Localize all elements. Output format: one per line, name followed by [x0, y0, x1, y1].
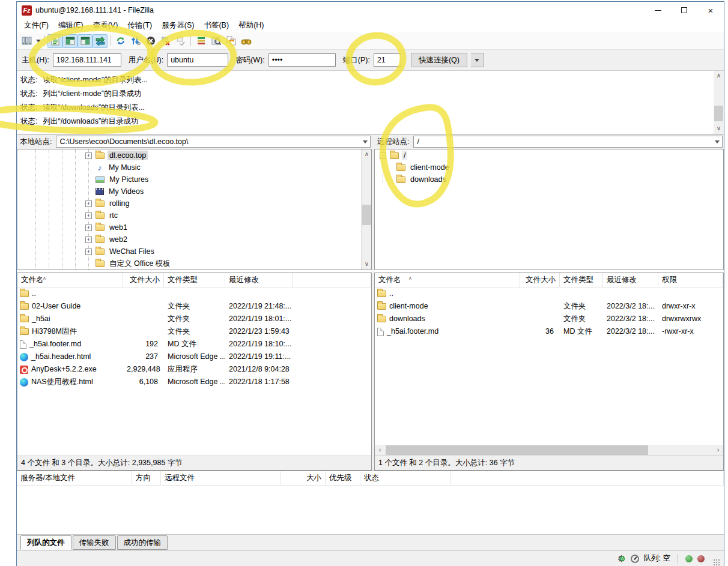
queue-col-direction[interactable]: 方向: [132, 471, 161, 485]
scroll-up-icon[interactable]: ∧: [714, 71, 724, 81]
synchronized-browsing-button[interactable]: [223, 34, 238, 48]
tree-item[interactable]: +rtc: [85, 209, 371, 221]
cancel-button[interactable]: [143, 34, 158, 48]
remote-horizontal-scrollbar[interactable]: ‹ ›: [375, 445, 723, 456]
local-site-combobox[interactable]: C:\Users\ecoo\Documents\dl.ecoo.top\: [56, 136, 371, 148]
scroll-up-icon[interactable]: ∧: [362, 149, 372, 160]
table-row[interactable]: 02-User Guide文件夹2022/1/19 21:48:...: [17, 300, 371, 313]
menu-help[interactable]: 帮助(H): [234, 19, 268, 32]
column-header-perms[interactable]: 权限: [658, 273, 723, 287]
tree-item[interactable]: My Videos: [85, 185, 371, 197]
scroll-right-icon[interactable]: ›: [713, 445, 723, 456]
column-header-name[interactable]: 文件名∧: [17, 273, 123, 287]
toggle-message-log-button[interactable]: [47, 34, 62, 48]
tree-item[interactable]: 自定义 Office 模板: [85, 257, 371, 269]
column-header-type[interactable]: 文件类型: [164, 273, 225, 287]
expander-icon[interactable]: +: [85, 200, 92, 207]
disconnect-button[interactable]: [158, 34, 173, 48]
site-manager-button[interactable]: [19, 34, 34, 48]
column-header-modified[interactable]: 最近修改: [225, 273, 293, 287]
queue-col-remote-file[interactable]: 远程文件: [161, 471, 281, 485]
table-row[interactable]: client-mode文件夹2022/3/2 18:...drwxr-xr-x: [375, 300, 723, 313]
local-tree-scrollbar[interactable]: ∧ ∨: [361, 149, 371, 269]
scrollbar-thumb[interactable]: [362, 205, 371, 225]
menu-view[interactable]: 查看(V): [88, 19, 123, 32]
autoupdate-gear-icon[interactable]: ⚙: [617, 554, 625, 563]
refresh-button[interactable]: [113, 34, 128, 48]
column-header-name[interactable]: 文件名∧: [375, 273, 520, 287]
maximize-button[interactable]: [671, 2, 697, 19]
username-input[interactable]: ubuntu: [167, 53, 228, 67]
expander-icon[interactable]: +: [85, 212, 92, 219]
queue-col-status[interactable]: 状态: [360, 471, 450, 485]
quickconnect-button[interactable]: 快速连接(Q): [411, 53, 467, 67]
close-button[interactable]: ×: [697, 2, 724, 19]
host-input[interactable]: 192.168.111.141: [53, 53, 121, 67]
remote-site-combobox[interactable]: /: [413, 136, 723, 148]
table-row[interactable]: _h5ai.footer.md36MD 文件2022/3/2 18:...-rw…: [375, 325, 723, 338]
expander-icon[interactable]: +: [85, 236, 92, 243]
column-header-size[interactable]: 文件大小: [520, 273, 560, 287]
tree-item[interactable]: +web1: [85, 221, 371, 233]
scrollbar-thumb[interactable]: [386, 445, 648, 455]
tab-failed-transfers[interactable]: 传输失败: [73, 535, 116, 550]
tree-item[interactable]: +rolling: [85, 197, 371, 209]
table-row[interactable]: NAS使用教程.html6,108Microsoft Edge ...2022/…: [17, 376, 371, 388]
menu-transfer[interactable]: 传输(T): [123, 19, 157, 32]
find-files-button[interactable]: [238, 34, 253, 48]
scrollbar-thumb[interactable]: [714, 106, 723, 121]
tree-item[interactable]: downloads: [375, 173, 723, 185]
scroll-down-icon[interactable]: ∨: [362, 259, 372, 269]
queue-col-priority[interactable]: 优先级: [326, 471, 360, 485]
toggle-transfer-queue-button[interactable]: [93, 34, 108, 48]
column-header-modified[interactable]: 最近修改: [603, 273, 658, 287]
column-header-size[interactable]: 文件大小: [123, 273, 164, 287]
tree-item[interactable]: My Pictures: [85, 173, 371, 185]
log-scrollbar[interactable]: ∧ ∨: [714, 71, 724, 134]
quickconnect-dropdown[interactable]: [471, 53, 484, 67]
tree-item[interactable]: +WeChat Files: [85, 245, 371, 257]
menu-bookmarks[interactable]: 书签(B): [199, 19, 234, 32]
password-input[interactable]: ••••: [268, 53, 336, 67]
tree-item[interactable]: ♪My Music: [85, 161, 371, 173]
table-row[interactable]: _h5ai.footer.md192MD 文件2022/1/19 18:10:.…: [17, 338, 371, 351]
menu-file[interactable]: 文件(F): [19, 19, 53, 32]
tree-item[interactable]: client-mode: [375, 161, 723, 173]
table-row[interactable]: _h5ai.header.html237Microsoft Edge ...20…: [17, 351, 371, 363]
table-row[interactable]: downloads文件夹2022/3/2 18:...drwxrwxrwx: [375, 313, 723, 325]
tree-item[interactable]: +dl.ecoo.top: [85, 149, 371, 161]
toolbar-separator: [110, 35, 111, 46]
scroll-left-icon[interactable]: ‹: [375, 445, 385, 456]
tree-item[interactable]: -/: [375, 149, 723, 161]
table-row[interactable]: ..: [375, 288, 723, 300]
tree-item[interactable]: +web2: [85, 233, 371, 245]
table-row[interactable]: ..: [17, 288, 371, 300]
local-list-header: 文件名∧ 文件大小 文件类型 最近修改: [17, 273, 371, 288]
menu-edit[interactable]: 编辑(E): [53, 19, 88, 32]
site-manager-dropdown[interactable]: [34, 34, 42, 48]
expander-icon[interactable]: +: [85, 224, 92, 231]
table-row[interactable]: AnyDesk+5.2.2.exe2,929,448应用程序2021/12/8 …: [17, 363, 371, 376]
directory-compare-button[interactable]: [208, 34, 223, 48]
table-row[interactable]: _h5ai文件夹2022/1/19 18:01:...: [17, 313, 371, 325]
expander-icon[interactable]: -: [380, 152, 386, 159]
speed-limit-gauge-icon[interactable]: [631, 555, 639, 563]
toggle-remote-tree-button[interactable]: [77, 34, 93, 48]
tab-successful-transfers[interactable]: 成功的传输: [117, 535, 168, 550]
reconnect-button[interactable]: [173, 34, 188, 48]
scroll-down-icon[interactable]: ∨: [714, 124, 724, 134]
expander-icon[interactable]: +: [85, 152, 92, 159]
menu-server[interactable]: 服务器(S): [157, 19, 199, 32]
toggle-local-tree-button[interactable]: [62, 34, 77, 48]
expander-icon[interactable]: +: [85, 248, 92, 255]
queue-col-size[interactable]: 大小: [281, 471, 326, 485]
queue-col-server-local[interactable]: 服务器/本地文件: [17, 471, 132, 485]
tab-queued-files[interactable]: 列队的文件: [20, 535, 71, 550]
column-header-type[interactable]: 文件类型: [560, 273, 603, 287]
port-input[interactable]: 21: [374, 53, 401, 67]
resize-grip[interactable]: [713, 559, 720, 566]
minimize-button[interactable]: [645, 2, 671, 19]
filter-button[interactable]: [193, 34, 208, 48]
table-row[interactable]: Hi3798M固件文件夹2022/1/23 1:59:43: [17, 325, 371, 338]
process-queue-button[interactable]: [128, 34, 143, 48]
